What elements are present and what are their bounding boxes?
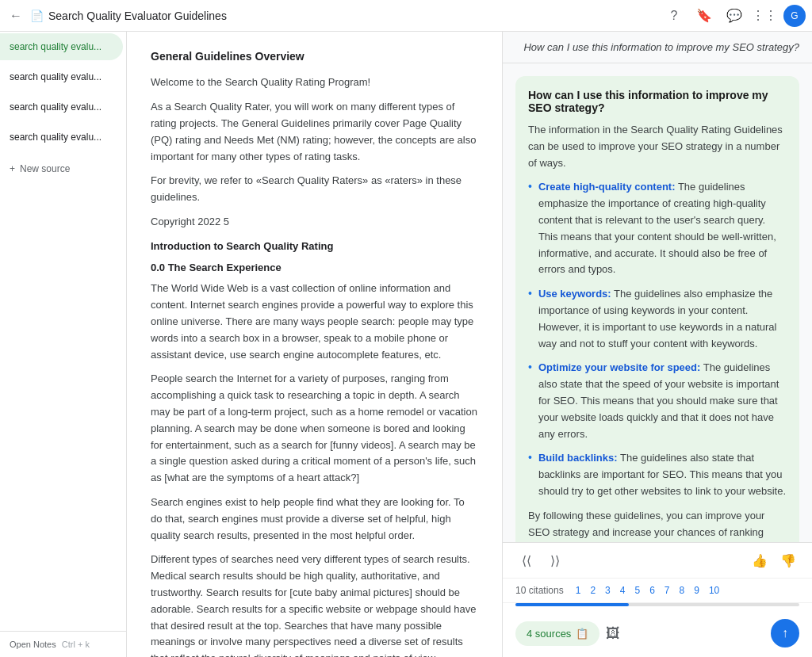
send-button[interactable]: ↑ (771, 619, 799, 647)
chat-bottom: ⟨⟨ ⟩⟩ 👍 👎 10 citations 1 2 3 4 5 6 7 (503, 542, 812, 657)
top-bar: ← 📄 Search Quality Evaluator Guidelines … (0, 0, 812, 32)
doc-para-2: For brevity, we refer to «Search Quality… (151, 173, 478, 206)
citation-5[interactable]: 5 (630, 583, 644, 598)
bullet-dot-3: • (528, 451, 532, 464)
thumbs-up-icon[interactable]: 👍 (749, 549, 771, 571)
doc-section-0: 0.0 The Search Experience (151, 260, 478, 277)
bullet-bold-2: Optimize your website for speed: (538, 361, 700, 373)
sources-button[interactable]: 4 sources 📋 (515, 621, 599, 646)
scroll-track (515, 603, 799, 606)
chat-actions-left: ⟨⟨ ⟩⟩ (515, 549, 566, 571)
chat-input-row: 4 sources 📋 🖼 ↑ (503, 613, 812, 657)
doc-para-0: Welcome to the Search Quality Rating Pro… (151, 74, 478, 91)
open-notes-label: Open Notes (10, 640, 56, 649)
bullet-dot-2: • (528, 361, 532, 373)
sidebar-item-3[interactable]: search quality evalu... (0, 124, 123, 151)
chat-panel: How can I use this information to improv… (503, 32, 812, 657)
share-icon[interactable]: 💬 (723, 5, 745, 27)
citation-2[interactable]: 2 (586, 583, 599, 598)
chat-actions-right: 👍 👎 (749, 549, 799, 571)
chat-actions-row: ⟨⟨ ⟩⟩ 👍 👎 (503, 543, 812, 579)
scroll-thumb (515, 603, 629, 606)
sources-icon: 📋 (576, 628, 588, 640)
chat-response-card: How can I use this information to improv… (515, 76, 799, 542)
new-source-button[interactable]: + New source (0, 155, 126, 182)
bullet-text-3: Build backlinks: The guidelines also sta… (538, 450, 787, 499)
open-notes-shortcut: Ctrl + k (62, 640, 90, 649)
back-button[interactable]: ← (6, 6, 25, 26)
citations-scroll: 1 2 3 4 5 6 7 8 9 10 (572, 583, 724, 598)
chat-query: How can I use this information to improv… (503, 32, 812, 63)
doc-para-copyright: Copyright 2022 5 (151, 214, 478, 231)
bullet-text-1: Use keywords: The guidelines also emphas… (538, 286, 787, 352)
chat-bullet-2: • Optimize your website for speed: The g… (528, 360, 787, 442)
apps-icon[interactable]: ⋮⋮ (753, 5, 776, 27)
citation-1[interactable]: 1 (572, 583, 585, 598)
new-source-label: New source (20, 163, 70, 174)
chat-bullet-1: • Use keywords: The guidelines also emph… (528, 286, 787, 352)
doc-para-engines: Search engines exist to help people find… (151, 495, 478, 544)
sidebar-item-1[interactable]: search quality evalu... (0, 63, 123, 90)
doc-content: General Guidelines Overview Welcome to t… (151, 48, 478, 657)
chat-follow-up: By following these guidelines, you can i… (528, 508, 787, 542)
top-bar-left: ← 📄 Search Quality Evaluator Guidelines (6, 6, 657, 26)
bookmark-icon[interactable]: 🔖 (693, 5, 715, 27)
citation-9[interactable]: 9 (690, 583, 703, 598)
chat-response-title: How can I use this information to improv… (528, 89, 787, 114)
plus-icon: + (10, 163, 15, 174)
bullet-bold-3: Build backlinks: (538, 452, 618, 464)
citation-8[interactable]: 8 (676, 583, 689, 598)
bullet-bold-1: Use keywords: (538, 288, 611, 300)
sidebar-item-2[interactable]: search quality evalu... (0, 94, 123, 120)
bullet-dot-0: • (528, 180, 532, 193)
doc-para-types: Different types of searches need very di… (151, 552, 478, 657)
bullet-text-2: Optimize your website for speed: The gui… (538, 360, 787, 442)
chat-intro: The information in the Search Quality Ra… (528, 122, 787, 171)
thumbs-down-icon[interactable]: 👎 (777, 549, 799, 571)
sidebar-item-0[interactable]: search quality evalu... (0, 33, 123, 60)
bullet-bold-0: Create high-quality content: (538, 181, 676, 193)
chat-bullet-0: • Create high-quality content: The guide… (528, 179, 787, 278)
citation-10[interactable]: 10 (705, 583, 723, 598)
top-bar-right: ? 🔖 💬 ⋮⋮ G (663, 5, 806, 27)
citation-6[interactable]: 6 (645, 583, 659, 598)
avatar[interactable]: G (783, 5, 806, 27)
help-icon[interactable]: ? (663, 5, 685, 27)
doc-para-search-exp: The World Wide Web is a vast collection … (151, 281, 478, 363)
document-viewer: General Guidelines Overview Welcome to t… (127, 32, 503, 657)
citation-7[interactable]: 7 (661, 583, 674, 598)
doc-heading: General Guidelines Overview (151, 48, 478, 65)
chat-response-area: How can I use this information to improv… (503, 63, 812, 542)
citations-row: 10 citations 1 2 3 4 5 6 7 8 9 10 (503, 579, 812, 603)
bullet-text-0: Create high-quality content: The guideli… (538, 179, 787, 278)
doc-para-people-search: People search the Internet for a variety… (151, 371, 478, 487)
citation-4[interactable]: 4 (616, 583, 630, 598)
sources-count: 4 sources (527, 628, 571, 640)
bullet-dot-1: • (528, 287, 532, 300)
main-container: search quality evalu... search quality e… (0, 32, 812, 657)
bullet-body-0: The guidelines emphasize the importance … (538, 181, 776, 275)
next-arrow-icon[interactable]: ⟩⟩ (544, 549, 566, 571)
citation-3[interactable]: 3 (601, 583, 615, 598)
open-notes-button[interactable]: Open Notes Ctrl + k (0, 631, 126, 657)
citations-label: 10 citations (515, 585, 564, 596)
attach-icon[interactable]: 🖼 (606, 625, 620, 642)
top-bar-title: Search Quality Evaluator Guidelines (48, 10, 227, 22)
prev-arrow-icon[interactable]: ⟨⟨ (515, 549, 538, 571)
sidebar: search quality evalu... search quality e… (0, 32, 127, 657)
chat-bullet-3: • Build backlinks: The guidelines also s… (528, 450, 787, 499)
doc-para-1: As a Search Quality Rater, you will work… (151, 99, 478, 165)
doc-intro-heading: Introduction to Search Quality Rating (151, 239, 478, 255)
doc-icon: 📄 (30, 10, 44, 22)
